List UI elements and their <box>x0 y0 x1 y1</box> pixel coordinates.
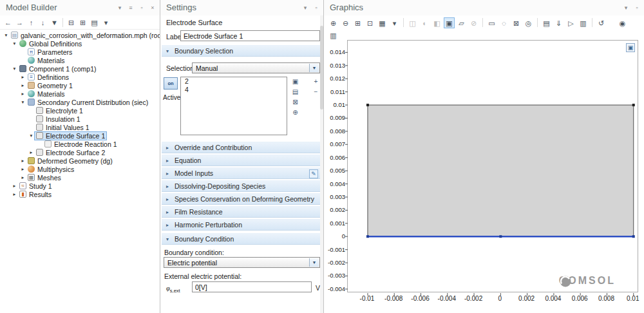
axis-limits-icon[interactable]: ▦ <box>377 17 388 28</box>
hide-panel-icon[interactable]: × <box>148 3 157 12</box>
collapse-arrow-icon[interactable]: ▾ <box>11 41 18 46</box>
tree-settings-menu-icon[interactable]: ▾ <box>100 17 111 28</box>
expand-arrow-icon[interactable]: ▸ <box>19 82 26 88</box>
zoom-out-icon[interactable]: ⊖ <box>340 17 351 28</box>
tree-item-electrode-reaction-1[interactable]: Electrode Reaction 1 <box>0 140 160 148</box>
paste-selection-icon[interactable]: ▤ <box>290 88 300 97</box>
section-harmonic-perturbation[interactable]: ▸Harmonic Perturbation <box>162 219 320 231</box>
edit-model-inputs-icon[interactable]: ✎ <box>309 169 318 178</box>
section-film-resistance[interactable]: ▸Film Resistance <box>162 206 320 218</box>
zoom-extents-icon[interactable]: ⊡ <box>365 17 375 28</box>
print-plot-icon[interactable]: ▥ <box>578 17 589 28</box>
tree-item-deformed-geometry-dg[interactable]: ▸Deformed Geometry (dg) <box>0 156 160 165</box>
export-image-icon[interactable]: ⇓ <box>553 17 564 28</box>
camera-icon[interactable]: ◉ <box>617 17 628 28</box>
selected-entity[interactable]: 2 <box>181 77 287 86</box>
toolbar-toggle-icon[interactable]: ≡ <box>126 3 135 12</box>
tree-item-materials[interactable]: ▸Materials <box>0 90 160 98</box>
collapse-all-icon[interactable]: ⊟ <box>66 17 77 28</box>
clear-selection-icon[interactable]: ⊠ <box>290 98 300 108</box>
select-box-icon[interactable]: ▭ <box>486 17 497 28</box>
select-lasso-icon[interactable]: ◌ <box>498 17 509 28</box>
add-to-selection-icon[interactable]: + <box>311 77 321 87</box>
collapse-arrow-icon[interactable]: ▾ <box>28 133 35 138</box>
tree-item-electrolyte-1[interactable]: Electrolyte 1 <box>0 106 160 115</box>
section-override-and-contribution[interactable]: ▸Override and Contribution <box>162 142 320 153</box>
section-boundary-condition[interactable]: ▾ Boundary Condition <box>162 233 320 245</box>
section-species-conservation-on-deforming-geometry[interactable]: ▸Species Conservation on Deforming Geome… <box>162 193 320 205</box>
tree-item-electrode-surface-2[interactable]: ▸Electrode Surface 2 <box>0 148 160 156</box>
view-menu-icon[interactable]: ▾ <box>389 17 400 28</box>
move-up-icon[interactable]: ↑ <box>26 17 37 28</box>
expand-all-icon[interactable]: ⊞ <box>77 17 88 28</box>
node-icon <box>36 124 43 131</box>
tree-item-initial-values-1[interactable]: Initial Values 1 <box>0 123 160 131</box>
selection-dropdown[interactable]: Manual ▼ <box>192 62 320 73</box>
tree-item-definitions[interactable]: ▸≡Definitions <box>0 73 160 81</box>
forward-icon[interactable]: → <box>14 17 25 28</box>
external-potential-input[interactable] <box>192 281 312 292</box>
copy-selection-icon[interactable]: ▣ <box>290 77 300 87</box>
zoom-selected-icon[interactable]: ◎ <box>523 17 534 28</box>
expand-arrow-icon[interactable]: ▸ <box>19 74 26 80</box>
model-tree-menu-icon[interactable]: ▾ <box>115 3 124 12</box>
selection-listbox[interactable]: 24 <box>180 77 287 135</box>
float-panel-icon[interactable]: ▫ <box>632 3 641 12</box>
orthographic-projection-icon[interactable]: ▣ <box>444 17 455 28</box>
tree-item-insulation-1[interactable]: Insulation 1 <box>0 115 160 123</box>
tree-item-materials[interactable]: Materials <box>0 56 160 64</box>
geometry-plot-canvas[interactable] <box>348 41 639 293</box>
remove-from-selection-icon[interactable]: − <box>311 88 321 97</box>
boundary-condition-dropdown[interactable]: Electric potential ▼ <box>164 257 320 268</box>
collapse-arrow-icon[interactable]: ▾ <box>11 66 18 71</box>
y-tick-label: 0.007 <box>325 140 345 147</box>
tree-item-study-1[interactable]: ▸≈Study 1 <box>0 182 160 190</box>
selected-entity[interactable]: 4 <box>181 86 287 94</box>
settings-scrollbar[interactable] <box>320 15 323 313</box>
section-equation[interactable]: ▸Equation <box>162 155 320 166</box>
tree-item-electrode-surface-1[interactable]: ▾Electrode Surface 1 <box>0 131 160 140</box>
back-icon[interactable]: ← <box>3 17 14 28</box>
expand-arrow-icon[interactable]: ▸ <box>11 183 18 189</box>
tree-item-meshes[interactable]: ▸▦Meshes <box>0 173 160 182</box>
reset-view-icon[interactable]: ↺ <box>596 17 607 28</box>
tree-item-parameters[interactable]: πParameters <box>0 48 160 56</box>
expand-arrow-icon[interactable]: ▸ <box>11 191 18 197</box>
section-model-inputs[interactable]: ▸Model Inputs✎ <box>162 167 320 179</box>
animation-icon[interactable]: ▷ <box>565 17 576 28</box>
panel-menu-icon[interactable]: ▾ <box>301 3 310 12</box>
active-toggle[interactable]: on <box>164 77 178 90</box>
float-panel-icon[interactable]: ▫ <box>137 3 146 12</box>
tree-item-results[interactable]: ▸▮Results <box>0 190 160 198</box>
tree-item-secondary-current-distribution-siec[interactable]: ▾Secondary Current Distribution (siec) <box>0 98 160 106</box>
perspective-projection-icon[interactable]: ▱ <box>456 17 467 28</box>
y-tick-label: 0.014 <box>325 48 345 55</box>
tree-item-geometry-1[interactable]: ▸Geometry 1 <box>0 81 160 90</box>
label-input[interactable] <box>180 30 320 41</box>
move-down-icon[interactable]: ↓ <box>37 17 48 28</box>
section-boundary-selection[interactable]: ▾ Boundary Selection <box>162 45 320 57</box>
tree-item-component-1-comp1[interactable]: ▾Component 1 (comp1) <box>0 64 160 73</box>
tree-settings-icon[interactable]: ▤ <box>89 17 100 28</box>
zoom-box-icon[interactable]: ⊞ <box>352 17 363 28</box>
deselect-box-icon[interactable]: ⊠ <box>511 17 522 28</box>
section-dissolving-depositing-species[interactable]: ▸Dissolving-Depositing Species <box>162 180 320 192</box>
expand-arrow-icon[interactable]: ▸ <box>28 149 35 155</box>
panel-menu-icon[interactable]: ▾ <box>621 3 630 12</box>
expand-arrow-icon[interactable]: ▸ <box>19 91 26 97</box>
collapse-arrow-icon[interactable]: ▾ <box>3 32 10 38</box>
expand-arrow-icon[interactable]: ▸ <box>19 158 26 164</box>
tree-item-global-definitions[interactable]: ▾Global Definitions <box>0 39 160 48</box>
expand-arrow-icon[interactable]: ▸ <box>19 175 26 180</box>
collapse-arrow-icon[interactable]: ▾ <box>19 99 26 105</box>
zoom-to-selection-icon[interactable]: ⊕ <box>290 108 300 118</box>
tree-item-multiphysics[interactable]: ▸Multiphysics <box>0 165 160 173</box>
expand-arrow-icon[interactable]: ▸ <box>19 166 26 172</box>
print-icon[interactable]: ▥ <box>328 30 339 41</box>
plot-settings-icon[interactable]: ▤ <box>541 17 552 28</box>
filter-icon[interactable]: ▼ <box>49 17 60 28</box>
zoom-in-icon[interactable]: ⊕ <box>328 17 339 28</box>
float-panel-icon[interactable]: ▫ <box>312 3 321 12</box>
tree-item-galvanic-corrosion-with-deformation-mph-root[interactable]: ▾▤galvanic_corrosion_with_deformation.mp… <box>0 31 160 39</box>
geometry-plot[interactable]: ▣ COMSOL <box>347 40 638 292</box>
